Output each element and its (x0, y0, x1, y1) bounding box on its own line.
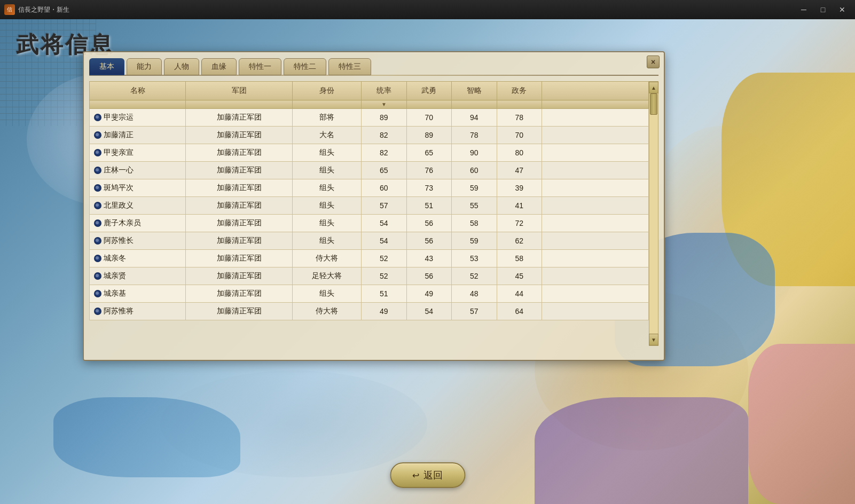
table-scroll: 名称 军团 身份 统率 武勇 智略 政务 (89, 81, 649, 346)
table-row[interactable]: 阿苏惟长加藤清正军团组头54565962 (90, 232, 649, 250)
tab-trait1[interactable]: 特性一 (239, 58, 281, 75)
col-header-name[interactable]: 名称 (90, 82, 186, 100)
row-select-icon (94, 167, 101, 174)
panel-close-button[interactable]: × (647, 56, 660, 68)
bg-bottom-pink (748, 344, 855, 504)
row-select-icon (94, 308, 101, 315)
row-select-icon (94, 237, 101, 245)
maximize-button[interactable]: □ (814, 3, 832, 16)
scroll-thumb[interactable] (650, 93, 657, 115)
row-select-icon (94, 255, 101, 262)
scroll-up-button[interactable]: ▲ (649, 82, 658, 93)
title-bar: 信 信長之野望・新生 ─ □ ✕ (0, 0, 855, 19)
return-button-label: 返回 (423, 469, 443, 482)
sort-cell-tongsolul: ▼ (362, 100, 406, 109)
table-row[interactable]: 鹿子木亲员加藤清正军团组头54565872 (90, 215, 649, 232)
table-row[interactable]: 城亲贤加藤清正军团足轻大将52565245 (90, 267, 649, 285)
data-table: 名称 军团 身份 统率 武勇 智略 政务 (89, 81, 649, 320)
row-select-icon (94, 272, 101, 280)
col-header-tongsolul[interactable]: 统率 (362, 82, 406, 100)
sort-cell-army (186, 100, 293, 109)
row-select-icon (94, 290, 101, 297)
title-bar-left: 信 信長之野望・新生 (4, 4, 69, 15)
row-select-icon (94, 184, 101, 192)
return-button[interactable]: ↩ 返回 (390, 462, 465, 488)
scroll-down-button[interactable]: ▼ (649, 334, 658, 345)
table-row[interactable]: 甲斐亲宣加藤清正军团组头82659080 (90, 144, 649, 162)
table-row[interactable]: 加藤清正加藤清正军团大名82897870 (90, 127, 649, 144)
col-header-zhengwu[interactable]: 政务 (497, 82, 542, 100)
table-area: 名称 军团 身份 统率 武勇 智略 政务 (84, 76, 664, 351)
return-icon: ↩ (412, 470, 419, 481)
col-header-army[interactable]: 军团 (186, 82, 293, 100)
tab-bloodline[interactable]: 血缘 (201, 58, 237, 75)
table-body: 甲斐宗运加藤清正军团部将89709478加藤清正加藤清正军团大名82897870… (90, 109, 649, 320)
minimize-button[interactable]: ─ (795, 3, 812, 16)
row-select-icon (94, 114, 101, 121)
scrollbar-track: ▲ ▼ (649, 81, 658, 346)
col-header-zhilue[interactable]: 智略 (452, 82, 497, 100)
sort-indicator-row: ▼ (90, 100, 649, 109)
return-button-area: ↩ 返回 (390, 462, 465, 488)
bg-bottom-purple (535, 397, 748, 504)
tab-person[interactable]: 人物 (164, 58, 199, 75)
col-header-wuyong[interactable]: 武勇 (406, 82, 451, 100)
row-select-icon (94, 219, 101, 227)
scroll-track[interactable] (649, 93, 658, 334)
tabs-row: 基本 能力 人物 血缘 特性一 特性二 特性三 (84, 52, 664, 75)
sort-cell-zhengwu (497, 100, 542, 109)
col-header-extra (542, 82, 649, 100)
background: 武将信息 × 基本 能力 人物 血缘 特性一 特性二 (0, 19, 855, 504)
table-header-row: 名称 军团 身份 统率 武勇 智略 政务 (90, 82, 649, 100)
close-window-button[interactable]: ✕ (834, 3, 851, 16)
table-row[interactable]: 北里政义加藤清正军团组头57515541 (90, 197, 649, 215)
row-select-icon (94, 202, 101, 209)
bg-bottom-teal (53, 397, 240, 477)
table-row[interactable]: 庄林一心加藤清正军团组头65766047 (90, 162, 649, 179)
col-header-rank[interactable]: 身份 (293, 82, 362, 100)
row-select-icon (94, 131, 101, 139)
sort-cell-zhilue (452, 100, 497, 109)
table-wrapper: 名称 军团 身份 统率 武勇 智略 政务 (89, 81, 658, 346)
sort-cell-extra (542, 100, 649, 109)
table-row[interactable]: 城亲冬加藤清正军团侍大将52435358 (90, 250, 649, 267)
sort-cell-name (90, 100, 186, 109)
table-row[interactable]: 甲斐宗运加藤清正军团部将89709478 (90, 109, 649, 127)
tab-trait2[interactable]: 特性二 (284, 58, 326, 75)
app-icon: 信 (4, 4, 15, 15)
window-title: 信長之野望・新生 (18, 5, 69, 14)
sort-cell-rank (293, 100, 362, 109)
tab-basic[interactable]: 基本 (89, 58, 124, 75)
main-panel: × 基本 能力 人物 血缘 特性一 特性二 特性三 (83, 51, 665, 361)
tab-trait3[interactable]: 特性三 (328, 58, 371, 75)
window-controls: ─ □ ✕ (795, 3, 851, 16)
table-row[interactable]: 城亲基加藤清正军团组头51494844 (90, 285, 649, 303)
sort-cell-wuyong (406, 100, 451, 109)
row-select-icon (94, 149, 101, 156)
tab-ability[interactable]: 能力 (127, 58, 162, 75)
table-row[interactable]: 斑鸠平次加藤清正军团组头60735939 (90, 179, 649, 197)
table-row[interactable]: 阿苏惟将加藤清正军团侍大将49545764 (90, 303, 649, 320)
